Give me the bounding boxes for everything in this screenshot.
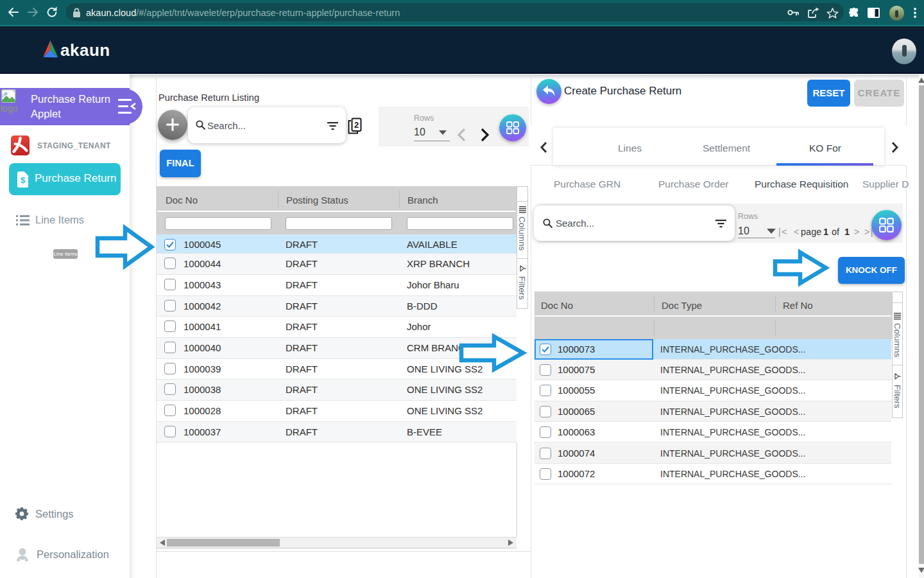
svg-text:$: $	[21, 175, 26, 185]
svg-text:2: 2	[354, 120, 359, 130]
